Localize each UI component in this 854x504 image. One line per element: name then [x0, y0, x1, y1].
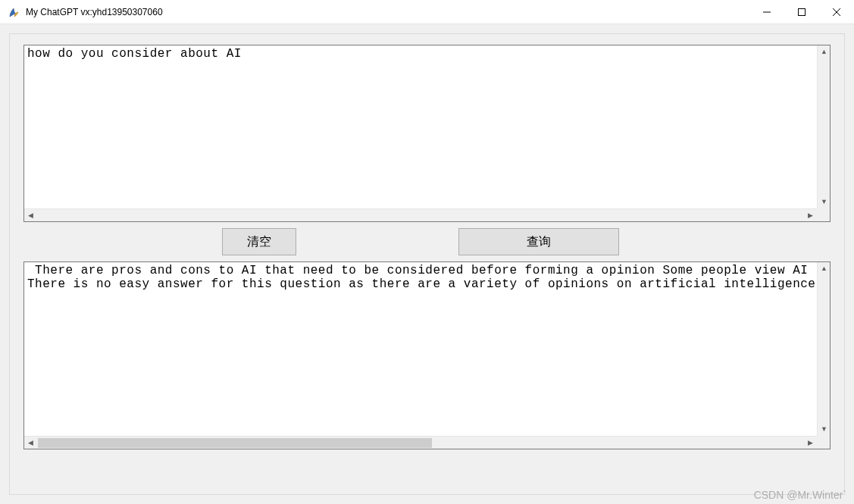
scroll-left-icon[interactable]: ◀: [24, 437, 37, 449]
button-row: 清空 查询: [19, 228, 826, 255]
scroll-left-icon[interactable]: ◀: [24, 209, 37, 222]
close-button[interactable]: [819, 0, 854, 23]
input-text[interactable]: how do you consider about AI: [24, 45, 816, 208]
clear-button[interactable]: 清空: [222, 228, 296, 255]
app-icon: [8, 6, 20, 18]
query-button[interactable]: 查询: [458, 228, 619, 255]
input-textbox[interactable]: how do you consider about AI ▲ ▼ ◀ ▶: [23, 45, 831, 222]
output-horizontal-scrollbar[interactable]: ◀ ▶: [24, 436, 817, 449]
scroll-right-icon[interactable]: ▶: [804, 437, 817, 449]
minimize-button[interactable]: [749, 0, 784, 23]
input-vertical-scrollbar[interactable]: ▲ ▼: [817, 45, 830, 208]
scroll-up-icon[interactable]: ▲: [818, 45, 831, 58]
titlebar: My ChatGPT vx:yhd13950307060: [0, 0, 854, 24]
scroll-down-icon[interactable]: ▼: [818, 196, 831, 208]
input-horizontal-scrollbar[interactable]: ◀ ▶: [24, 208, 817, 221]
window-controls: [749, 0, 854, 23]
main-frame: how do you consider about AI ▲ ▼ ◀ ▶ 清空 …: [9, 33, 845, 495]
svg-rect-1: [799, 8, 806, 15]
window-title: My ChatGPT vx:yhd13950307060: [26, 7, 749, 17]
scroll-right-icon[interactable]: ▶: [804, 209, 817, 222]
horizontal-scroll-thumb[interactable]: [38, 438, 432, 448]
scroll-up-icon[interactable]: ▲: [818, 262, 831, 275]
maximize-button[interactable]: [784, 0, 819, 23]
scroll-corner: [817, 208, 830, 221]
scroll-corner: [817, 436, 830, 449]
output-textbox[interactable]: There are pros and cons to AI that need …: [23, 261, 831, 449]
scroll-down-icon[interactable]: ▼: [818, 423, 831, 436]
output-text: There are pros and cons to AI that need …: [24, 262, 816, 435]
output-vertical-scrollbar[interactable]: ▲ ▼: [817, 262, 830, 436]
client-area: how do you consider about AI ▲ ▼ ◀ ▶ 清空 …: [0, 24, 854, 504]
